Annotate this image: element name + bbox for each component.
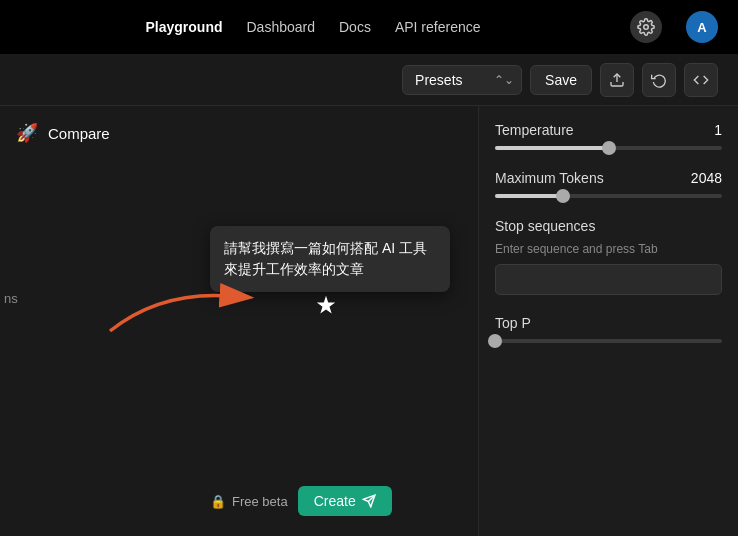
presets-select[interactable]: Presets [402,65,522,95]
compare-label: Compare [48,125,110,142]
svg-point-0 [644,25,649,30]
user-avatar[interactable]: A [686,11,718,43]
create-row: 🔒 Free beta Create [210,486,392,516]
save-button[interactable]: Save [530,65,592,95]
temperature-label: Temperature [495,122,574,138]
top-p-param: Top P [495,315,722,343]
max-tokens-param: Maximum Tokens 2048 [495,170,722,198]
temperature-slider-track[interactable] [495,146,722,150]
max-tokens-label: Maximum Tokens [495,170,604,186]
nav-docs[interactable]: Docs [339,19,371,35]
prompt-bubble: 請幫我撰寫一篇如何搭配 AI 工具來提升工作效率的文章 [210,226,450,292]
nav-api-ref[interactable]: API reference [395,19,481,35]
left-panel: ns 🚀 Compare 請幫我撰寫一篇如何搭配 AI 工具來提升工作效率的文章 [0,106,478,536]
max-tokens-value: 2048 [691,170,722,186]
top-nav: Playground Dashboard Docs API reference … [0,0,738,54]
free-beta: 🔒 Free beta [210,494,288,509]
top-p-label: Top P [495,315,531,331]
rocket-icon: 🚀 [16,122,38,144]
send-icon [362,494,376,508]
top-p-slider-track[interactable] [495,339,722,343]
settings-icon-btn[interactable] [630,11,662,43]
ns-label: ns [0,291,18,306]
toolbar: Presets ⌃⌄ Save [0,54,738,106]
free-beta-label: Free beta [232,494,288,509]
code-icon-btn[interactable] [684,63,718,97]
lock-icon: 🔒 [210,494,226,509]
temperature-value: 1 [714,122,722,138]
compare-bar: 🚀 Compare [16,122,462,144]
stop-seq-label: Stop sequences [495,218,595,234]
max-tokens-slider-track[interactable] [495,194,722,198]
export-icon-btn[interactable] [600,63,634,97]
right-panel: Temperature 1 Maximum Tokens 2048 Stop s… [478,106,738,536]
stop-seq-param: Stop sequences Enter sequence and press … [495,218,722,295]
history-icon-btn[interactable] [642,63,676,97]
create-button[interactable]: Create [298,486,392,516]
main-area: ns 🚀 Compare 請幫我撰寫一篇如何搭配 AI 工具來提升工作效率的文章 [0,106,738,536]
sparkle-icon[interactable] [315,294,337,321]
create-label: Create [314,493,356,509]
nav-dashboard[interactable]: Dashboard [247,19,316,35]
nav-playground[interactable]: Playground [145,19,222,35]
temperature-param: Temperature 1 [495,122,722,150]
stop-seq-sublabel: Enter sequence and press Tab [495,242,722,256]
presets-wrapper: Presets ⌃⌄ [402,65,522,95]
stop-seq-input[interactable] [495,264,722,295]
prompt-text: 請幫我撰寫一篇如何搭配 AI 工具來提升工作效率的文章 [224,240,427,277]
